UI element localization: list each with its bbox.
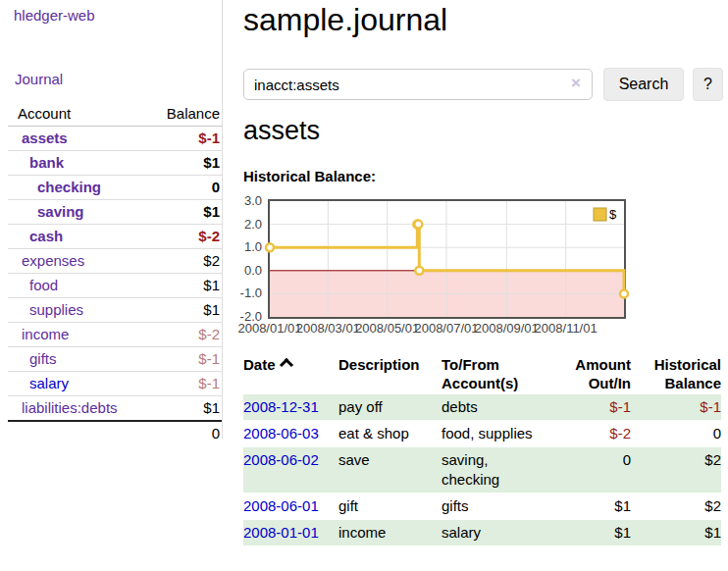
account-link[interactable]: saving: [37, 203, 84, 220]
account-link[interactable]: expenses: [22, 252, 84, 269]
account-row: checking0: [8, 176, 222, 200]
account-link[interactable]: assets: [22, 130, 68, 146]
account-balance: $-1: [150, 347, 222, 372]
account-balance: $1: [150, 298, 222, 323]
register-date-link[interactable]: 2008-06-02: [243, 451, 319, 468]
register-row: 2008-06-01giftgifts$1$2: [243, 493, 721, 520]
register-description: save: [338, 447, 442, 493]
register-header-date[interactable]: Date: [243, 353, 338, 394]
register-balance: $2: [631, 493, 721, 520]
register-amount: 0: [549, 447, 631, 493]
register-description: pay off: [338, 394, 442, 421]
y-axis-tick-label: 0.0: [229, 263, 262, 279]
register-balance: 0: [631, 421, 721, 447]
register-description: gift: [338, 493, 442, 520]
account-link[interactable]: food: [29, 277, 58, 293]
account-balance: $-2: [150, 323, 222, 347]
account-link[interactable]: income: [22, 326, 69, 342]
legend-label: $: [609, 207, 617, 222]
accounts-header-balance: Balance: [150, 102, 222, 127]
accounts-table-header-row: Account Balance: [8, 102, 222, 127]
balance-chart: $: [268, 199, 626, 319]
sort-ascending-icon: [279, 358, 292, 372]
register-balance: $1: [631, 520, 721, 546]
account-link[interactable]: supplies: [29, 301, 83, 318]
account-balance: $1: [150, 274, 222, 298]
account-balance: $-1: [150, 372, 222, 396]
account-row: salary$-1: [8, 372, 222, 396]
register-header-description: Description: [338, 353, 442, 394]
register-header-account: To/From Account(s): [442, 353, 549, 394]
account-balance: $1: [150, 396, 222, 422]
register-row: 2008-06-02savesaving, checking0$2: [243, 447, 721, 493]
account-row: gifts$-1: [8, 347, 222, 372]
search-input[interactable]: [243, 69, 593, 100]
register-header-row: Date Description To/From Account(s) Amou…: [243, 353, 721, 394]
register-date-link[interactable]: 2008-12-31: [243, 398, 319, 415]
register-date-link[interactable]: 2008-06-03: [243, 425, 319, 441]
register-header-amount: Amount Out/In: [549, 353, 631, 394]
register-date-link[interactable]: 2008-06-01: [243, 497, 319, 514]
account-row: expenses$2: [8, 249, 222, 274]
register-row: 2008-06-03eat & shopfood, supplies$-20: [243, 421, 721, 447]
account-balance: $-2: [150, 225, 222, 249]
register-balance: $-1: [631, 394, 721, 421]
search-button[interactable]: Search: [603, 68, 684, 101]
account-link[interactable]: checking: [37, 179, 101, 195]
account-row: cash$-2: [8, 225, 222, 249]
register-accounts: salary: [442, 520, 549, 546]
accounts-total-row: 0: [8, 421, 222, 445]
account-link[interactable]: cash: [29, 228, 63, 244]
account-link[interactable]: bank: [29, 154, 64, 171]
legend-swatch: [594, 208, 606, 221]
sidebar-divider: [222, 0, 223, 439]
register-date-link[interactable]: 2008-01-01: [243, 524, 319, 541]
account-heading: assets: [243, 116, 320, 146]
register-amount: $1: [549, 520, 631, 546]
account-row: supplies$1: [8, 298, 222, 323]
chart-title: Historical Balance:: [243, 168, 376, 184]
account-link[interactable]: gifts: [29, 350, 57, 367]
register-accounts: food, supplies: [442, 421, 549, 447]
register-accounts: gifts: [442, 493, 549, 520]
account-row: assets$-1: [8, 127, 222, 151]
account-balance: $2: [150, 249, 222, 274]
register-accounts: debts: [442, 394, 549, 421]
accounts-table: Account Balance assets$-1bank$1checking0…: [8, 102, 222, 445]
register-row: 2008-12-31pay offdebts$-1$-1: [243, 394, 721, 421]
data-point-marker: [415, 267, 423, 275]
register-header-balance: Historical Balance: [631, 353, 721, 394]
account-link[interactable]: liabilities:debts: [22, 399, 118, 416]
account-row: income$-2: [8, 323, 222, 347]
accounts-total-balance: 0: [150, 421, 222, 445]
account-balance: 0: [150, 176, 222, 200]
sidebar-item-journal[interactable]: Journal: [15, 71, 63, 87]
register-row: 2008-01-01incomesalary$1$1: [243, 520, 721, 546]
x-axis-tick-label: 2008/11/01: [532, 321, 600, 336]
search-bar: × Search ?: [243, 68, 723, 101]
account-balance: $1: [150, 151, 222, 176]
data-point-marker: [266, 243, 274, 251]
register-description: income: [338, 520, 442, 546]
account-link[interactable]: salary: [29, 375, 69, 391]
register-balance: $2: [631, 447, 721, 493]
y-axis-tick-label: 3.0: [229, 193, 262, 209]
data-point-marker: [620, 289, 628, 297]
y-axis-tick-label: 2.0: [229, 217, 262, 233]
y-axis-tick-label: -2.0: [229, 309, 262, 325]
register-amount: $1: [549, 493, 631, 520]
register-amount: $-2: [549, 421, 631, 447]
clear-search-icon[interactable]: ×: [571, 75, 581, 91]
y-axis-tick-label: -1.0: [229, 286, 262, 301]
app-title-link[interactable]: hledger-web: [14, 7, 95, 24]
help-button[interactable]: ?: [693, 68, 723, 101]
account-row: saving$1: [8, 200, 222, 225]
app: { "sidebar": { "app_title": "hledger-web…: [0, 0, 728, 571]
data-point-marker: [414, 221, 422, 229]
register-table-body: 2008-12-31pay offdebts$-1$-12008-06-03ea…: [243, 394, 721, 546]
account-row: liabilities:debts$1: [8, 396, 222, 422]
account-balance: $1: [150, 200, 222, 225]
page-title: sample.journal: [243, 2, 447, 38]
x-axis-tick-label: 2008/07/01: [412, 321, 481, 336]
register-accounts: saving, checking: [442, 447, 549, 493]
